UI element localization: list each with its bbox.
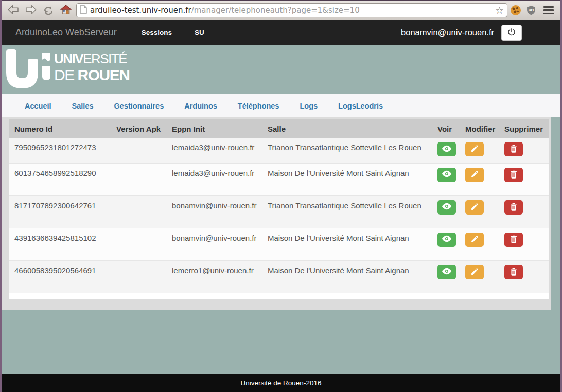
cell-salle: Maison De l'Université Mont Saint Aignan xyxy=(262,228,432,260)
menu-icon[interactable] xyxy=(541,4,556,17)
tab-telephones[interactable]: Téléphones xyxy=(227,102,290,110)
logo-text-univ: UNIV xyxy=(54,51,84,66)
svg-text:DE ROUEN: DE ROUEN xyxy=(54,66,129,83)
delete-button[interactable] xyxy=(504,168,523,182)
cell-version-apk xyxy=(111,163,167,195)
footer-text: Université de Rouen-2016 xyxy=(241,379,322,387)
logo-flag-top xyxy=(42,53,50,61)
reload-button[interactable] xyxy=(41,3,56,17)
user-email: bonamvin@univ-rouen.fr xyxy=(401,28,494,38)
view-button[interactable] xyxy=(437,265,456,279)
view-button[interactable] xyxy=(437,200,456,215)
eye-icon xyxy=(442,235,452,244)
university-banner: UNIVERSITÉ DE ROUEN xyxy=(2,45,560,94)
eye-icon xyxy=(442,145,452,154)
star-icon[interactable]: ☆ xyxy=(495,6,504,15)
tab-gestionnaires[interactable]: Gestionnaires xyxy=(104,102,174,110)
eye-icon xyxy=(442,202,452,212)
logo-flag-bottom xyxy=(42,66,50,80)
trash-icon xyxy=(510,202,518,212)
nav-tabs: Accueil Salles Gestionnaires Arduinos Té… xyxy=(2,94,560,117)
delete-button[interactable] xyxy=(504,142,523,156)
cell-numero-id: 4391636639425815102 xyxy=(9,228,111,260)
cell-salle: Maison De l'Université Mont Saint Aignan xyxy=(262,260,432,293)
svg-text:UNIVERSITÉ: UNIVERSITÉ xyxy=(54,51,127,66)
header-modifier: Modifier xyxy=(460,119,499,138)
cell-eppn-init: bonamvin@univ-rouen.fr xyxy=(167,228,262,260)
home-icon xyxy=(60,4,72,17)
back-icon xyxy=(7,4,20,17)
cell-eppn-init: lemerro1@univ-rouen.fr xyxy=(167,260,262,293)
table-row: 4391636639425815102 bonamvin@univ-rouen.… xyxy=(9,228,549,260)
logo-text-rouen: ROUEN xyxy=(78,66,130,83)
cell-version-apk xyxy=(111,228,167,260)
pencil-icon xyxy=(470,235,479,245)
edit-button[interactable] xyxy=(465,265,484,279)
trash-icon xyxy=(510,235,518,245)
header-eppn-init: Eppn Init xyxy=(167,119,262,138)
table-row: 8171707892300642761 bonamvin@univ-rouen.… xyxy=(9,195,549,228)
view-button[interactable] xyxy=(437,142,456,156)
cell-eppn-init: lemaida3@univ-rouen.fr xyxy=(167,163,262,195)
tab-logsleodris[interactable]: LogsLeodris xyxy=(328,102,393,110)
pencil-icon xyxy=(470,170,479,180)
address-bar[interactable]: arduileo-test.univ-rouen.fr/manager/tele… xyxy=(76,3,507,17)
table-row: 6013754658992518290 lemaida3@univ-rouen.… xyxy=(9,163,549,195)
header-version-apk: Version Apk xyxy=(111,119,167,138)
delete-button[interactable] xyxy=(504,233,523,247)
table-header: Numero Id Version Apk Eppn Init Salle Vo… xyxy=(9,119,549,138)
view-button[interactable] xyxy=(437,168,456,182)
url-path: /manager/telephoneauth?page=1&size=10 xyxy=(191,6,360,15)
page-content: Numero Id Version Apk Eppn Init Salle Vo… xyxy=(2,117,560,374)
cell-salle: Maison De l'Université Mont Saint Aignan xyxy=(262,163,432,195)
delete-button[interactable] xyxy=(504,200,523,215)
delete-button[interactable] xyxy=(504,265,523,279)
logo-u-shape xyxy=(6,49,38,88)
svg-text:uO: uO xyxy=(529,8,534,12)
header-numero-id: Numero Id xyxy=(9,119,111,138)
trash-icon xyxy=(510,144,518,154)
edit-button[interactable] xyxy=(465,233,484,247)
university-logo: UNIVERSITÉ DE ROUEN xyxy=(6,49,130,91)
eye-icon xyxy=(442,267,452,277)
tab-salles[interactable]: Salles xyxy=(62,102,104,110)
home-button[interactable] xyxy=(59,3,73,17)
cell-salle: Trianon Transatlantique Sotteville Les R… xyxy=(262,195,432,228)
header-voir: Voir xyxy=(432,119,460,138)
header-supprimer: Supprimer xyxy=(499,119,549,138)
table-panel: Numero Id Version Apk Eppn Init Salle Vo… xyxy=(2,117,551,310)
reload-icon xyxy=(42,4,55,17)
brand-link[interactable]: ArduinoLeo WebServeur xyxy=(15,27,117,38)
edit-button[interactable] xyxy=(465,200,484,215)
cell-numero-id: 7950965231801272473 xyxy=(9,138,111,163)
forward-icon xyxy=(25,4,37,17)
cell-salle: Trianon Transatlantique Sotteville Les R… xyxy=(262,138,432,163)
logout-button[interactable] xyxy=(501,25,522,41)
cell-version-apk xyxy=(111,260,167,293)
edit-button[interactable] xyxy=(465,142,484,156)
empty-row xyxy=(9,293,549,299)
cell-numero-id: 6013754658992518290 xyxy=(9,163,111,195)
forward-button[interactable] xyxy=(24,3,38,17)
edit-button[interactable] xyxy=(465,168,484,182)
ublock-shield-icon[interactable]: uO xyxy=(524,3,538,17)
cell-numero-id: 8171707892300642761 xyxy=(9,195,111,228)
tab-arduinos[interactable]: Arduinos xyxy=(174,102,227,110)
table-body: 7950965231801272473 lemaida3@univ-rouen.… xyxy=(9,138,549,293)
url-text: arduileo-test.univ-rouen.fr/manager/tele… xyxy=(90,6,492,15)
cell-numero-id: 4660058395020564691 xyxy=(9,260,111,293)
page-footer: Université de Rouen-2016 xyxy=(2,374,560,392)
power-icon xyxy=(507,27,516,38)
nav-link-su[interactable]: SU xyxy=(195,29,204,37)
back-button[interactable] xyxy=(6,3,21,17)
logo-text-ersite: ERSITÉ xyxy=(83,51,127,66)
tab-logs[interactable]: Logs xyxy=(289,102,328,110)
cell-version-apk xyxy=(111,138,167,163)
eye-icon xyxy=(442,170,452,180)
view-button[interactable] xyxy=(437,233,456,247)
nav-link-sessions[interactable]: Sessions xyxy=(142,29,172,37)
tab-accueil[interactable]: Accueil xyxy=(14,102,62,110)
cookie-icon[interactable] xyxy=(511,5,521,15)
pencil-icon xyxy=(470,202,479,212)
page-icon xyxy=(80,5,87,16)
